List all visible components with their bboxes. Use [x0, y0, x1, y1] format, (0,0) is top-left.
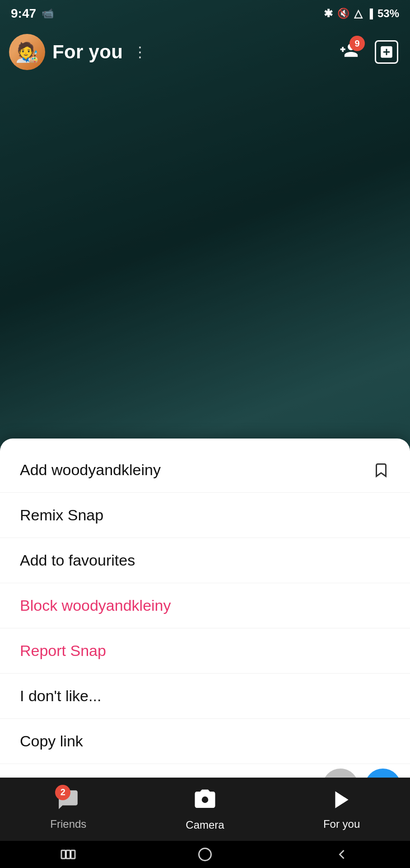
nav-item-for-you[interactable]: For you — [315, 788, 369, 830]
bottom-nav: 2 Friends Camera For you — [0, 778, 410, 841]
nav-item-friends[interactable]: 2 Friends — [41, 788, 95, 830]
menu-item-dont-like[interactable]: I don't like... — [0, 674, 410, 719]
status-bar: 9:47 📹 ✱ 🔇 △ ▐ 53% — [0, 0, 410, 27]
sound-icon: 🔇 — [337, 8, 349, 19]
avatar[interactable]: 🧑‍🎨 — [9, 34, 45, 70]
system-nav — [0, 841, 410, 868]
svg-rect-8 — [66, 850, 70, 859]
battery-label: 53% — [377, 7, 399, 20]
menu-item-copy-link-label: Copy link — [20, 732, 83, 750]
menu-item-block-label: Block woodyandkleiny — [20, 597, 171, 614]
context-menu: Add woodyandkleiny Remix Snap Add to fav… — [0, 439, 410, 809]
menu-item-report[interactable]: Report Snap — [0, 628, 410, 674]
nav-label-friends: Friends — [50, 818, 86, 830]
nav-label-for-you: For you — [323, 818, 360, 830]
nav-item-camera[interactable]: Camera — [178, 788, 232, 831]
menu-item-favourites[interactable]: Add to favourites — [0, 538, 410, 583]
home-button[interactable] — [197, 846, 213, 863]
menu-item-copy-link[interactable]: Copy link — [0, 719, 410, 764]
recents-button[interactable] — [60, 846, 76, 863]
bookmark-icon — [372, 461, 390, 479]
menu-item-dont-like-label: I don't like... — [20, 687, 101, 705]
status-icons: ✱ 🔇 △ ▐ 53% — [324, 7, 399, 20]
menu-item-add-user-label: Add woodyandkleiny — [20, 461, 161, 479]
add-snap-button[interactable] — [372, 38, 401, 66]
header-title: For you — [52, 41, 123, 63]
menu-item-favourites-label: Add to favourites — [20, 552, 135, 569]
menu-item-remix-label: Remix Snap — [20, 506, 103, 524]
camera-icon — [193, 788, 217, 815]
friends-badge: 2 — [55, 785, 70, 800]
add-snap-icon — [375, 40, 398, 64]
svg-rect-7 — [61, 850, 65, 859]
menu-item-report-label: Report Snap — [20, 642, 106, 660]
menu-item-block[interactable]: Block woodyandkleiny — [0, 583, 410, 628]
svg-marker-6 — [335, 791, 348, 808]
svg-rect-9 — [71, 850, 75, 859]
header: 🧑‍🎨 For you ⋮ 9 — [0, 27, 410, 77]
add-friend-button[interactable]: 9 — [334, 38, 363, 66]
back-button[interactable] — [334, 846, 350, 863]
svg-point-10 — [199, 849, 211, 861]
menu-item-remix[interactable]: Remix Snap — [0, 493, 410, 538]
header-left: 🧑‍🎨 For you ⋮ — [9, 34, 147, 70]
notification-badge: 9 — [349, 36, 365, 51]
bluetooth-icon: ✱ — [324, 7, 333, 20]
menu-item-add-user[interactable]: Add woodyandkleiny — [0, 448, 410, 493]
header-right: 9 — [334, 38, 401, 66]
nav-label-camera: Camera — [186, 819, 224, 831]
camera-status-icon: 📹 — [42, 8, 54, 19]
wifi-icon: △ — [354, 7, 362, 20]
status-time: 9:47 📹 — [11, 6, 54, 21]
more-options-icon[interactable]: ⋮ — [133, 43, 147, 61]
signal-icon: ▐ — [367, 9, 373, 19]
for-you-icon — [331, 788, 353, 814]
